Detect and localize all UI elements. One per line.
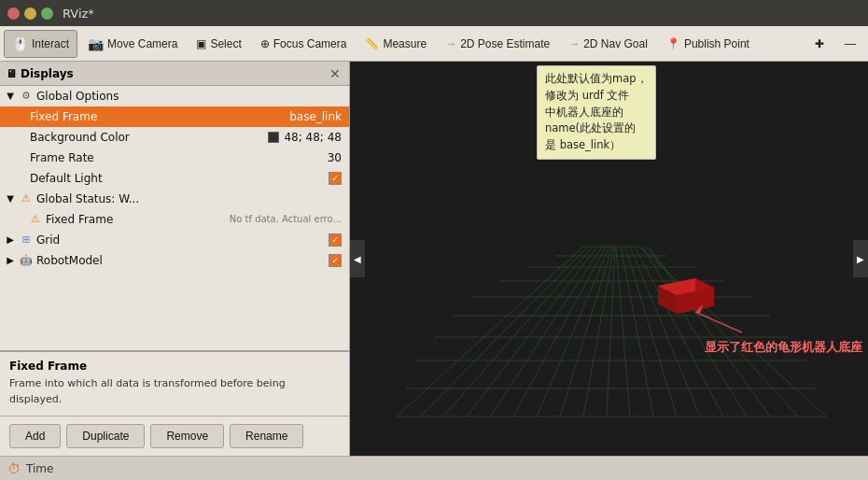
- interact-label: Interact: [32, 37, 69, 50]
- default-light-value: [329, 171, 349, 185]
- robot-model-checkbox: [329, 253, 349, 267]
- grid-enabled-checkbox[interactable]: [329, 233, 342, 247]
- robot-model-item[interactable]: ▶ 🤖 RobotModel: [0, 250, 349, 271]
- move-camera-label: Move Camera: [107, 37, 177, 50]
- default-light-checkbox[interactable]: [329, 172, 342, 185]
- close-button[interactable]: [7, 7, 20, 20]
- tree-panel[interactable]: ▼ ⚙ Global Options Fixed Frame base_link…: [0, 86, 349, 350]
- global-status-item[interactable]: ▼ ⚠ Global Status: W...: [0, 189, 349, 209]
- time-icon: ⏱: [7, 461, 21, 476]
- nav-goal-icon: →: [568, 37, 580, 50]
- annotation-line5: 是 base_link）: [545, 138, 621, 151]
- remove-button[interactable]: Remove: [150, 424, 224, 448]
- annotation-line2: 修改为 urdf 文件: [545, 89, 629, 102]
- remove-panel-button[interactable]: —: [836, 30, 864, 58]
- toolbar: 🖱️ Interact 📷 Move Camera ▣ Select ⊕ Foc…: [0, 26, 868, 62]
- publish-point-button[interactable]: 📍 Publish Point: [658, 30, 758, 58]
- annotation-line4: name(此处设置的: [545, 121, 636, 134]
- displays-title: Displays: [21, 67, 74, 80]
- global-status-label: Global Status: W...: [36, 192, 139, 205]
- fixed-frame-warning-icon: ⚠: [28, 212, 43, 227]
- measure-icon: 📏: [365, 37, 379, 50]
- default-light-item[interactable]: Default Light: [0, 168, 349, 189]
- global-status-arrow: ▼: [4, 193, 17, 204]
- color-swatch: [268, 132, 279, 143]
- measure-button[interactable]: 📏 Measure: [357, 30, 435, 58]
- displays-header-left: 🖥 Displays: [6, 67, 74, 80]
- interact-icon: 🖱️: [12, 36, 28, 51]
- fixed-frame-item[interactable]: Fixed Frame base_link: [0, 106, 349, 127]
- robot-model-arrow: ▶: [4, 255, 17, 265]
- robot-model-enabled-checkbox[interactable]: [329, 254, 342, 267]
- titlebar: RViz*: [0, 0, 868, 26]
- window-title: RViz*: [63, 7, 94, 21]
- nav-goal-label: 2D Nav Goal: [583, 37, 648, 50]
- displays-close-button[interactable]: ✕: [327, 65, 343, 82]
- pose-estimate-label: 2D Pose Estimate: [460, 37, 550, 50]
- main-layout: 🖥 Displays ✕ ▼ ⚙ Global Options Fixed Fr…: [0, 62, 868, 456]
- status-label: Time: [26, 462, 53, 475]
- grid-item[interactable]: ▶ ⊞ Grid: [0, 230, 349, 250]
- background-color-value: 48; 48; 48: [268, 131, 349, 144]
- add-panel-button[interactable]: ✚: [806, 30, 833, 58]
- publish-point-label: Publish Point: [684, 37, 749, 50]
- grid-arrow: ▶: [4, 234, 17, 245]
- select-icon: ▣: [196, 37, 206, 50]
- annotation-line1: 此处默认值为map，: [545, 72, 648, 85]
- add-button[interactable]: Add: [9, 424, 61, 448]
- gear-icon: ⚙: [19, 89, 34, 104]
- rename-button[interactable]: Rename: [230, 424, 303, 448]
- viewport[interactable]: 显示了红色的龟形机器人底座 此处默认值为map， 修改为 urdf 文件 中机器…: [350, 62, 868, 456]
- select-button[interactable]: ▣ Select: [188, 30, 249, 58]
- background-color-label: Background Color: [30, 131, 130, 144]
- description-text: Frame into which all data is transformed…: [9, 376, 340, 407]
- global-options-item[interactable]: ▼ ⚙ Global Options: [0, 86, 349, 106]
- focus-camera-icon: ⊕: [260, 37, 270, 50]
- global-options-label: Global Options: [36, 90, 119, 103]
- measure-label: Measure: [383, 37, 427, 50]
- interact-button[interactable]: 🖱️ Interact: [4, 30, 77, 58]
- statusbar: ⏱ Time: [0, 456, 868, 480]
- bottom-buttons: Add Duplicate Remove Rename: [0, 416, 349, 456]
- pose-estimate-button[interactable]: → 2D Pose Estimate: [437, 30, 558, 58]
- frame-rate-item[interactable]: Frame Rate 30: [0, 148, 349, 168]
- frame-rate-label: Frame Rate: [30, 151, 94, 164]
- nav-goal-button[interactable]: → 2D Nav Goal: [560, 30, 656, 58]
- minimize-button[interactable]: [24, 7, 36, 20]
- grid-icon: ⊞: [19, 233, 34, 247]
- fixed-frame-value: base_link: [289, 110, 349, 123]
- annotation-line3: 中机器人底座的: [545, 106, 623, 119]
- warning-icon: ⚠: [19, 191, 34, 206]
- background-color-item[interactable]: Background Color 48; 48; 48: [0, 127, 349, 148]
- robot-icon: 🤖: [19, 253, 34, 268]
- scroll-left-button[interactable]: ◀: [350, 240, 365, 277]
- minus-icon: —: [845, 37, 856, 50]
- left-panel: 🖥 Displays ✕ ▼ ⚙ Global Options Fixed Fr…: [0, 62, 350, 456]
- expand-arrow: ▼: [4, 91, 17, 101]
- select-label: Select: [210, 37, 241, 50]
- focus-camera-button[interactable]: ⊕ Focus Camera: [252, 30, 356, 58]
- svg-text:显示了红色的龟形机器人底座: 显示了红色的龟形机器人底座: [705, 340, 863, 354]
- maximize-button[interactable]: [41, 7, 53, 20]
- frame-rate-value: 30: [328, 151, 349, 164]
- default-light-label: Default Light: [30, 172, 103, 185]
- annotation-bubble: 此处默认值为map， 修改为 urdf 文件 中机器人底座的 name(此处设置…: [537, 65, 656, 160]
- move-camera-button[interactable]: 📷 Move Camera: [79, 30, 186, 58]
- duplicate-button[interactable]: Duplicate: [66, 424, 145, 448]
- publish-point-icon: 📍: [666, 37, 680, 50]
- description-area: Fixed Frame Frame into which all data is…: [0, 350, 349, 416]
- monitor-icon: 🖥: [6, 67, 17, 80]
- description-title: Fixed Frame: [9, 360, 340, 373]
- fixed-frame-status-label: Fixed Frame: [46, 213, 113, 226]
- displays-header: 🖥 Displays ✕: [0, 62, 349, 86]
- fixed-frame-status-value: No tf data. Actual erro...: [230, 214, 349, 224]
- move-camera-icon: 📷: [88, 36, 104, 51]
- grid-checkbox: [329, 233, 349, 247]
- robot-model-label: RobotModel: [36, 254, 103, 267]
- scroll-right-button[interactable]: ▶: [853, 240, 868, 277]
- bg-color-numbers: 48; 48; 48: [284, 131, 342, 144]
- pose-estimate-icon: →: [445, 37, 456, 50]
- plus-icon: ✚: [815, 37, 824, 50]
- fixed-frame-label: Fixed Frame: [30, 110, 97, 123]
- fixed-frame-status-item[interactable]: ⚠ Fixed Frame No tf data. Actual erro...: [0, 209, 349, 230]
